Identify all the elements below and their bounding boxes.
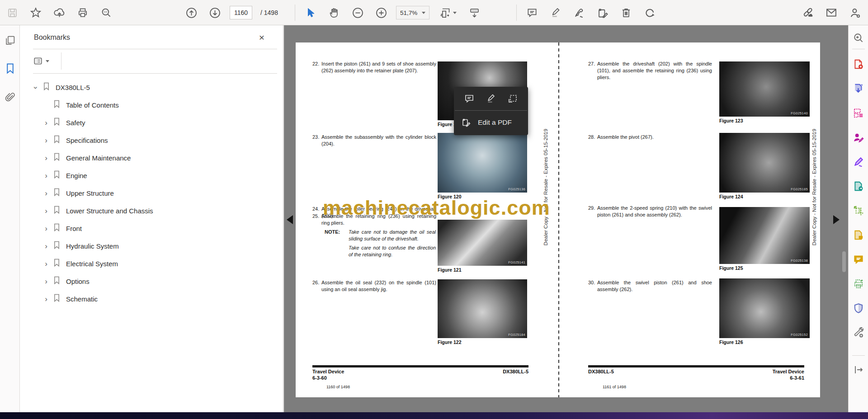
figure-caption: Figure 124 [719,194,743,199]
select-tool-icon[interactable] [302,4,319,22]
chevron-down-icon [422,12,425,14]
right-tools-rail [848,25,868,412]
page-fit-icon[interactable] [436,4,459,22]
step-text: Insert the piston (261) and 9 sets of sh… [321,61,436,74]
manual-step: 27. Assemble the driveshaft (202) with t… [588,61,712,81]
bookmark-item-schematic[interactable]: Schematic [20,290,283,308]
figure-caption: Figure 126 [719,339,743,345]
figure-code: FG025138 [791,259,808,263]
fill-sign-icon[interactable] [852,155,865,168]
chevron-right-icon[interactable] [42,295,51,304]
crop-pages-icon[interactable] [852,204,865,217]
highlight-icon[interactable] [547,4,564,22]
footer-rule [588,365,804,367]
export-pdf-icon[interactable] [852,82,865,95]
zoom-in-icon[interactable] [373,4,390,22]
chevron-right-icon[interactable] [42,277,51,286]
close-icon[interactable]: × [255,31,269,44]
bookmark-item-front[interactable]: Front [20,220,283,237]
bookmark-icon [53,170,61,181]
delete-icon[interactable] [618,4,635,22]
sign-icon[interactable] [571,4,588,22]
send-for-comments-icon[interactable] [852,180,865,193]
zoom-level-dropdown[interactable]: 51,7% [396,6,429,19]
bookmarks-tree: DX380LL-5 Table of Contents Safety Speci… [20,79,283,308]
note-label-spacer [325,245,349,258]
comment-icon[interactable] [462,92,476,105]
toolbar-page-group: / 1498 [183,0,278,25]
zoom-out-icon[interactable] [349,4,366,22]
chevron-right-icon[interactable] [42,207,51,216]
divider [852,49,865,49]
bookmark-item-general-maintenance[interactable]: General Maintenance [20,149,283,167]
redo-icon[interactable] [641,4,658,22]
bookmark-icon [53,206,61,216]
site-watermark: machinecatalogic.com [323,196,550,220]
bookmark-options-button[interactable] [33,53,54,69]
edit-pdf-icon [460,116,472,129]
find-tool-icon[interactable] [852,32,865,44]
page-number-input[interactable] [231,9,251,16]
snapshot-icon[interactable] [506,92,519,105]
highlight-icon[interactable] [484,92,498,105]
print-production-icon[interactable] [852,278,865,290]
bookmark-label: Engine [66,172,87,179]
scrolling-mode-icon[interactable] [466,4,483,22]
chevron-right-icon[interactable] [42,136,51,145]
page-thumbnails-icon[interactable] [3,33,17,47]
bookmark-item-engine[interactable]: Engine [20,167,283,184]
bookmark-item-specifications[interactable]: Specifications [20,132,283,149]
edit-a-pdf-button[interactable]: Edit a PDF [454,111,528,134]
page-down-icon[interactable] [206,4,223,22]
share-upload-icon[interactable] [51,4,68,22]
open-pane-icon[interactable] [852,363,865,376]
hand-tool-icon[interactable] [326,4,343,22]
organize-pages-icon[interactable] [852,107,865,119]
bookmark-item-dx380ll-5[interactable]: DX380LL-5 [20,79,283,96]
next-page-arrow[interactable] [833,215,840,224]
comments-icon[interactable] [852,253,865,266]
bookmark-item-lower-structure-and-chassis[interactable]: Lower Structure and Chassis [20,202,283,220]
bookmark-label: DX380LL-5 [56,84,90,91]
chevron-down-icon[interactable] [31,83,40,92]
bookmarks-panel-icon[interactable] [3,61,17,75]
bookmark-item-safety[interactable]: Safety [20,114,283,132]
chevron-right-icon[interactable] [42,118,51,127]
share-link-icon[interactable] [799,4,816,22]
create-pdf-icon[interactable] [852,58,865,71]
previous-page-arrow[interactable] [287,215,293,224]
print-icon[interactable] [74,4,91,22]
email-icon[interactable] [823,4,840,22]
chevron-right-icon[interactable] [42,171,51,180]
chevron-right-icon[interactable] [42,224,51,233]
attachments-icon[interactable] [3,90,17,104]
figure-code: FG025184 [508,333,525,337]
more-tools-icon[interactable] [852,326,865,339]
star-icon[interactable] [27,4,44,22]
bookmark-item-electrical-system[interactable]: Electrical System [20,255,283,273]
bookmark-label: Front [66,225,82,232]
popup-icon-row [454,87,528,110]
page-up-icon[interactable] [183,4,200,22]
quick-actions-popup: Edit a PDF [454,87,528,135]
bookmark-item-table-of-contents[interactable]: Table of Contents [20,96,283,114]
save-icon[interactable] [4,4,21,22]
comment-file-icon[interactable] [852,229,865,241]
request-signatures-icon[interactable] [852,131,865,144]
bookmark-item-hydraulic-system[interactable]: Hydraulic System [20,237,283,255]
chevron-right-icon[interactable] [42,259,51,268]
vertical-scrollbar[interactable] [842,251,846,272]
chevron-right-icon[interactable] [42,242,51,251]
bookmark-label: Safety [66,119,85,127]
search-icon[interactable] [98,4,115,22]
bookmark-item-options[interactable]: Options [20,273,283,290]
bookmark-item-upper-structure[interactable]: Upper Structure [20,184,283,202]
chevron-right-icon[interactable] [42,189,51,198]
comment-icon[interactable] [524,4,541,22]
dealer-copy-vertical-text: Dealer Copy - Not for Resale - Expires 0… [543,124,548,250]
chevron-right-icon[interactable] [42,154,51,163]
step-text: Assemble the subassembly with the cylind… [321,134,436,147]
protect-icon[interactable] [852,302,865,315]
edit-pdf-icon[interactable] [594,4,611,22]
add-account-icon[interactable] [846,4,863,22]
